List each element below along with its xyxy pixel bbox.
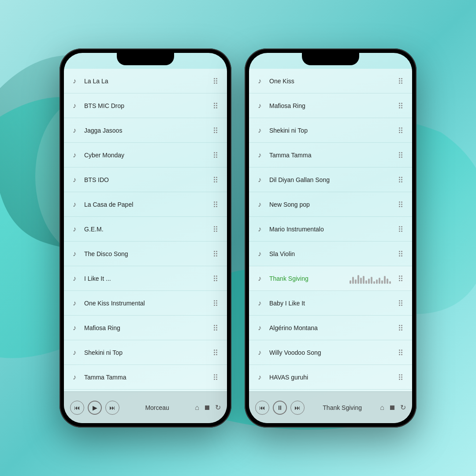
- rewind-button-right[interactable]: ⏮: [255, 401, 269, 415]
- song-menu-icon[interactable]: [209, 103, 222, 108]
- song-name-label: Shekini ni Top: [84, 349, 209, 356]
- music-note-icon: ♪: [254, 100, 265, 111]
- song-menu-icon[interactable]: [394, 374, 407, 380]
- music-note-icon: ♪: [69, 249, 80, 259]
- phone-left-screen: ♪La La La♪BTS MIC Drop♪Jagga Jasoos♪Cybe…: [64, 53, 227, 423]
- list-item[interactable]: ♪Sla Violin: [249, 242, 412, 266]
- list-item[interactable]: ♪La Casa de Papel: [64, 192, 227, 217]
- song-menu-icon[interactable]: [209, 251, 222, 257]
- list-item[interactable]: ♪La La La: [64, 69, 227, 93]
- song-name-label: G.E.M.: [84, 226, 209, 233]
- list-item[interactable]: ♪BTS IDO: [64, 167, 227, 192]
- list-item[interactable]: ♪Mafiosa Ring: [64, 316, 227, 340]
- song-name-label: Willy Voodoo Song: [269, 349, 394, 356]
- list-item[interactable]: ♪HAVAS guruhi: [249, 365, 412, 390]
- music-note-icon: ♪: [69, 347, 80, 358]
- song-menu-icon[interactable]: [394, 325, 407, 331]
- phone-left-notch: [117, 53, 174, 65]
- song-menu-icon[interactable]: [394, 300, 407, 306]
- song-name-label: Cyber Monday: [84, 152, 209, 159]
- stop-icon-left[interactable]: ⏹: [204, 404, 211, 412]
- list-item[interactable]: ♪G.E.M.: [64, 217, 227, 242]
- song-menu-icon[interactable]: [394, 127, 407, 133]
- list-item[interactable]: ♪Mario Instrumentalo: [249, 217, 412, 242]
- song-list-right[interactable]: ♪One Kiss♪Mafiosa Ring♪Shekini ni Top♪Ta…: [249, 69, 412, 391]
- list-item[interactable]: ♪New Song pop: [249, 192, 412, 217]
- stop-icon-right[interactable]: ⏹: [389, 404, 396, 412]
- song-menu-icon[interactable]: [394, 251, 407, 257]
- music-note-icon: ♪: [254, 125, 265, 136]
- forward-button-right[interactable]: ⏭: [290, 401, 305, 415]
- song-menu-icon[interactable]: [209, 152, 222, 158]
- repeat-icon-left[interactable]: ↻: [215, 403, 221, 412]
- song-menu-icon[interactable]: [209, 226, 222, 232]
- song-name-label: Shekini ni Top: [269, 127, 394, 134]
- phone-right-notch: [302, 53, 359, 65]
- song-menu-icon[interactable]: [209, 177, 222, 182]
- music-note-icon: ♪: [69, 323, 80, 333]
- list-item[interactable]: ♪Cyber Monday: [64, 143, 227, 167]
- song-name-label: Mafiosa Ring: [269, 102, 394, 109]
- song-list-left[interactable]: ♪La La La♪BTS MIC Drop♪Jagga Jasoos♪Cybe…: [64, 69, 227, 391]
- list-item[interactable]: ♪Baby I Like It: [249, 291, 412, 316]
- song-name-label: Algérino Montana: [269, 324, 394, 331]
- player-right-controls-right: ⌂ ⏹ ↻: [380, 403, 406, 412]
- song-menu-icon[interactable]: [209, 325, 222, 331]
- song-name-label: Thank Sgiving: [269, 275, 350, 282]
- song-name-label: New Song pop: [269, 201, 394, 208]
- song-menu-icon[interactable]: [394, 177, 407, 182]
- list-item[interactable]: ♪Shekini ni Top: [64, 340, 227, 365]
- list-item[interactable]: ♪Shekini ni Top: [249, 118, 412, 143]
- song-menu-icon[interactable]: [394, 152, 407, 158]
- song-name-label: Sla Violin: [269, 250, 394, 257]
- song-name-label: One Kiss Instrumental: [84, 300, 209, 307]
- music-note-icon: ♪: [69, 273, 80, 284]
- music-note-icon: ♪: [254, 273, 265, 284]
- music-note-icon: ♪: [69, 372, 80, 383]
- song-menu-icon[interactable]: [209, 350, 222, 355]
- song-menu-icon[interactable]: [394, 350, 407, 355]
- music-note-icon: ♪: [69, 199, 80, 210]
- music-note-icon: ♪: [254, 150, 265, 160]
- music-note-icon: ♪: [69, 100, 80, 111]
- list-item[interactable]: ♪Algérino Montana: [249, 316, 412, 340]
- home-icon-left[interactable]: ⌂: [195, 404, 199, 412]
- list-item[interactable]: ♪BTS MIC Drop: [64, 93, 227, 118]
- list-item[interactable]: ♪Tamma Tamma: [249, 143, 412, 167]
- forward-button-left[interactable]: ⏭: [105, 401, 119, 415]
- list-item[interactable]: ♪One Kiss Instrumental: [64, 291, 227, 316]
- repeat-icon-right[interactable]: ↻: [400, 403, 406, 412]
- music-note-icon: ♪: [254, 249, 265, 259]
- list-item[interactable]: ♪One Kiss: [249, 69, 412, 93]
- song-name-label: Mafiosa Ring: [84, 324, 209, 331]
- music-note-icon: ♪: [69, 298, 80, 309]
- song-menu-icon[interactable]: [394, 275, 407, 281]
- song-menu-icon[interactable]: [209, 78, 222, 84]
- song-menu-icon[interactable]: [394, 201, 407, 207]
- list-item[interactable]: ♪Dil Diyan Gallan Song: [249, 167, 412, 192]
- list-item[interactable]: ♪Thank Sgiving: [249, 266, 412, 291]
- play-button-left[interactable]: ▶: [88, 401, 102, 415]
- song-menu-icon[interactable]: [394, 103, 407, 108]
- list-item[interactable]: ♪I Like It ...: [64, 266, 227, 291]
- list-item[interactable]: ♪Mafiosa Ring: [249, 93, 412, 118]
- song-menu-icon[interactable]: [209, 300, 222, 306]
- rewind-button-left[interactable]: ⏮: [70, 401, 84, 415]
- home-icon-right[interactable]: ⌂: [380, 404, 384, 412]
- song-menu-icon[interactable]: [394, 78, 407, 84]
- pause-button-right[interactable]: ⏸: [273, 401, 287, 415]
- list-item[interactable]: ♪The Disco Song: [64, 242, 227, 266]
- list-item[interactable]: ♪Willy Voodoo Song: [249, 340, 412, 365]
- music-note-icon: ♪: [254, 224, 265, 234]
- list-item[interactable]: ♪Tamma Tamma: [64, 365, 227, 390]
- music-note-icon: ♪: [254, 175, 265, 185]
- song-menu-icon[interactable]: [209, 127, 222, 133]
- list-item[interactable]: ♪Jagga Jasoos: [64, 118, 227, 143]
- song-menu-icon[interactable]: [209, 201, 222, 207]
- song-menu-icon[interactable]: [209, 374, 222, 380]
- song-menu-icon[interactable]: [394, 226, 407, 232]
- phone-right: ♪One Kiss♪Mafiosa Ring♪Shekini ni Top♪Ta…: [245, 48, 416, 428]
- song-menu-icon[interactable]: [209, 275, 222, 281]
- song-name-label: Tamma Tamma: [269, 152, 394, 159]
- music-note-icon: ♪: [254, 372, 265, 383]
